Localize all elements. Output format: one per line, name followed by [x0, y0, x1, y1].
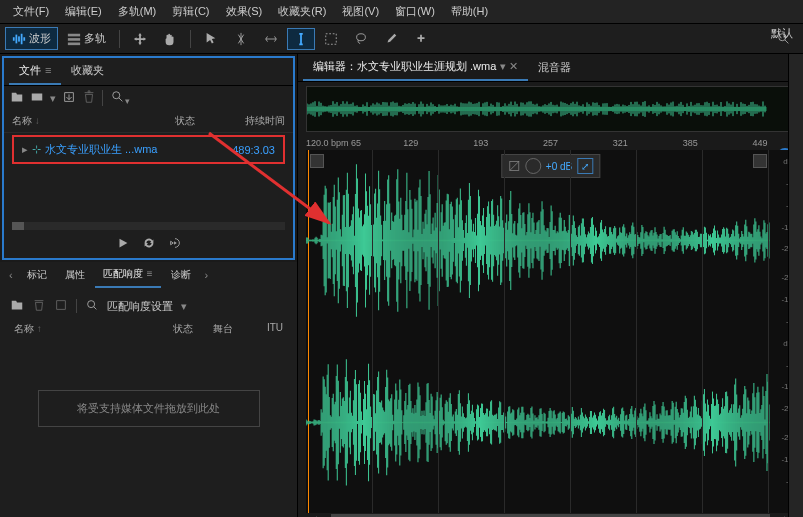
- editor-h-scrollbar[interactable]: ◄►: [306, 513, 795, 517]
- tab-properties[interactable]: 属性: [57, 263, 93, 287]
- svg-rect-6: [68, 38, 80, 41]
- tool-move[interactable]: [126, 28, 154, 50]
- overview-waveform[interactable]: [306, 86, 795, 132]
- tempo-display: 120.0 bpm 65: [306, 138, 376, 148]
- menu-item[interactable]: 视图(V): [334, 2, 387, 21]
- h-scrollbar[interactable]: [12, 222, 285, 230]
- loudness-settings-label[interactable]: 匹配响度设置: [107, 299, 173, 314]
- file-name: 水文专业职业生 ...wma: [45, 142, 215, 157]
- col-duration[interactable]: 持续时间: [225, 114, 285, 128]
- play-icon[interactable]: [116, 236, 130, 252]
- editor-filename: 水文专业职业生涯规划 .wma: [357, 60, 496, 72]
- tool-brush[interactable]: [377, 28, 405, 50]
- svg-point-12: [113, 92, 120, 99]
- tab-favorites[interactable]: 收藏夹: [61, 58, 114, 85]
- expand-icon[interactable]: ▸: [22, 143, 28, 156]
- multitrack-mode-button[interactable]: 多轨: [60, 27, 113, 50]
- menu-item[interactable]: 收藏夹(R): [270, 2, 334, 21]
- tool-hand[interactable]: [156, 28, 184, 50]
- menu-item[interactable]: 效果(S): [218, 2, 271, 21]
- waveform-label: 波形: [29, 31, 51, 46]
- right-docked-panel[interactable]: [788, 54, 803, 517]
- svg-rect-1: [16, 34, 18, 43]
- tool-slip[interactable]: [257, 28, 285, 50]
- menu-item[interactable]: 文件(F): [5, 2, 57, 21]
- svg-point-14: [88, 301, 95, 308]
- svg-rect-7: [68, 42, 80, 45]
- tool-lasso[interactable]: [347, 28, 375, 50]
- main-toolbar: 波形 多轨: [0, 24, 803, 54]
- tab-markers[interactable]: 标记: [19, 263, 55, 287]
- svg-rect-3: [21, 33, 23, 44]
- menu-item[interactable]: 剪辑(C): [164, 2, 217, 21]
- loudness-panel: ‹ 标记 属性 匹配响度≡ 诊断 › 匹配响度设置 ▾ 名称 ↑: [0, 262, 297, 517]
- files-panel: 文件≡ 收藏夹 ▾ ▾ 名称 ↓ 状态 持续时间 ▸ ⊹ 水文专业职业生 ...…: [2, 56, 295, 260]
- svg-rect-4: [23, 37, 25, 41]
- col2-stage[interactable]: 舞台: [213, 322, 253, 336]
- tool-cursor[interactable]: [197, 28, 225, 50]
- menu-item[interactable]: 帮助(H): [443, 2, 496, 21]
- workspace-label[interactable]: 默认: [771, 26, 793, 41]
- svg-rect-8: [326, 33, 337, 44]
- tab-mixer[interactable]: 混音器: [528, 55, 581, 80]
- svg-point-9: [357, 33, 366, 40]
- import-icon[interactable]: [62, 90, 76, 106]
- loop-icon[interactable]: [142, 236, 156, 252]
- col-status[interactable]: 状态: [175, 114, 225, 128]
- scan-icon[interactable]: [85, 298, 99, 314]
- menu-item[interactable]: 多轨(M): [110, 2, 165, 21]
- tab-files[interactable]: 文件≡: [9, 58, 61, 85]
- tool-time-select[interactable]: [287, 28, 315, 50]
- col2-name[interactable]: 名称: [14, 323, 34, 334]
- col-name[interactable]: 名称: [12, 115, 32, 126]
- waveform-mode-button[interactable]: 波形: [5, 27, 58, 50]
- col2-status[interactable]: 状态: [173, 322, 213, 336]
- folder-icon[interactable]: [10, 298, 24, 314]
- tool-razor[interactable]: [227, 28, 255, 50]
- prev-tab-icon[interactable]: ‹: [5, 269, 17, 281]
- waveform-editor[interactable]: +0 dB ⤢ dB -3 -9 -15 -21 -21 -15 -9 dB -…: [306, 150, 795, 513]
- delete-icon-2[interactable]: [32, 298, 46, 314]
- menu-item[interactable]: 编辑(E): [57, 2, 110, 21]
- clear-icon[interactable]: [54, 298, 68, 314]
- svg-rect-11: [32, 94, 43, 101]
- delete-icon[interactable]: [82, 90, 96, 106]
- file-duration: 489:3.03: [215, 144, 275, 156]
- svg-rect-0: [13, 37, 15, 41]
- menu-bar: 文件(F)编辑(E)多轨(M)剪辑(C)效果(S)收藏夹(R)视图(V)窗口(W…: [0, 0, 803, 24]
- tab-editor[interactable]: 编辑器：水文专业职业生涯规划 .wma▾ ✕: [303, 54, 528, 81]
- menu-item[interactable]: 窗口(W): [387, 2, 443, 21]
- drop-zone[interactable]: 将受支持媒体文件拖放到此处: [38, 390, 260, 427]
- svg-rect-5: [68, 33, 80, 36]
- tab-diagnostics[interactable]: 诊断: [163, 263, 199, 287]
- tool-marquee[interactable]: [317, 28, 345, 50]
- multitrack-label: 多轨: [84, 31, 106, 46]
- next-tab-icon[interactable]: ›: [201, 269, 213, 281]
- open-file-icon[interactable]: [10, 90, 24, 106]
- filter-search-icon[interactable]: ▾: [102, 90, 130, 106]
- record-icon[interactable]: [30, 90, 44, 106]
- timeline-ruler[interactable]: 120.0 bpm 65 129193257321385449: [298, 136, 803, 150]
- tab-loudness[interactable]: 匹配响度≡: [95, 262, 161, 288]
- svg-rect-2: [18, 36, 20, 41]
- tool-heal[interactable]: [407, 28, 435, 50]
- col2-itu[interactable]: ITU: [253, 322, 283, 336]
- autoplay-icon[interactable]: [168, 236, 182, 252]
- audio-file-icon: ⊹: [32, 143, 41, 156]
- file-row[interactable]: ▸ ⊹ 水文专业职业生 ...wma 489:3.03: [12, 135, 285, 164]
